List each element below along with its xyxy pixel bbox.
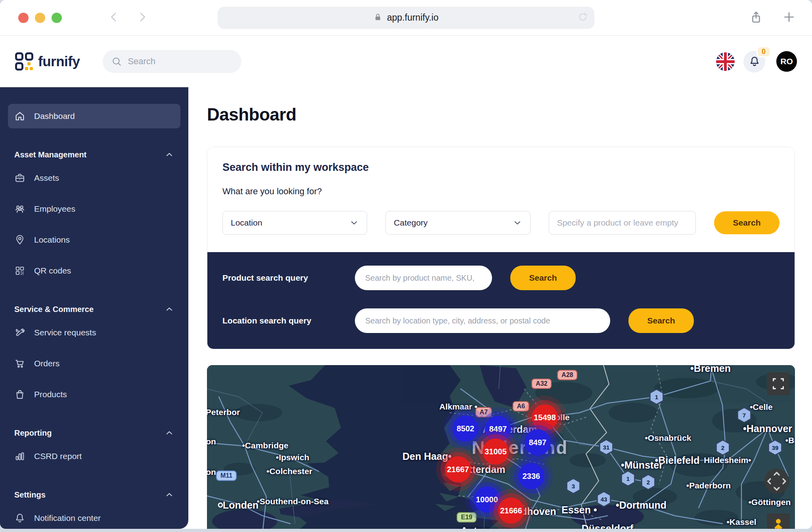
map-road-badge: A7 [475,407,492,417]
map-city-label: •Ipswich [276,453,309,462]
briefcase-icon [14,172,25,184]
card-question: What are you looking for? [222,186,779,197]
map-city-label: Alkmaar • [439,402,477,411]
dashboard-map[interactable]: Peterbor•Cambridge•Ipswich•Colchester•So… [207,365,795,529]
product-query-label: Product search query [222,273,355,283]
language-flag-uk[interactable] [716,52,735,71]
product-search-button[interactable]: Search [510,266,576,290]
sidebar-item-csrd-report[interactable]: CSRD report [8,444,180,469]
furnify-logo-icon [15,52,33,71]
sidebar-section-asset-management[interactable]: Asset Management [8,150,180,159]
map-cluster[interactable]: 8502 [452,415,479,442]
category-select[interactable]: Category [385,211,530,235]
shopping-bag-icon [14,389,25,400]
map-city-label: •Cambridge [242,441,288,450]
sidebar-item-service-requests[interactable]: Service requests [8,320,180,345]
map-city-label: on [207,437,216,446]
home-icon [14,111,25,122]
map-road-badge: 39 [768,440,783,456]
map-road-badge: 3 [566,478,581,494]
location-query-input[interactable] [355,308,610,333]
sidebar-item-products[interactable]: Products [8,382,180,407]
sidebar-item-dashboard[interactable]: Dashboard [8,104,180,128]
address-bar[interactable]: app.furnify.io [218,7,594,29]
map-road-badge: A32 [531,379,552,389]
map-cluster[interactable]: 10000 [474,486,500,513]
map-city-label: •Münster [621,459,663,471]
map-cluster[interactable]: 8497 [525,429,551,455]
sidebar-section-settings[interactable]: Settings [8,490,180,499]
sidebar-item-assets[interactable]: Assets [8,166,180,190]
map-city-label: on [207,467,216,477]
map-cluster[interactable]: 31005 [483,438,509,465]
new-tab-icon[interactable] [783,11,795,25]
sidebar-item-orders[interactable]: Orders [8,351,180,376]
notification-count-badge: 0 [756,46,771,57]
location-query-label: Location search query [222,316,355,325]
sidebar-item-locations[interactable]: Locations [8,228,180,252]
sidebar-item-employees[interactable]: Employees [8,197,180,221]
product-query-input[interactable] [355,266,492,290]
brand-name: furnify [38,54,80,69]
map-city-label: •Paderborn [686,481,731,490]
close-window-button[interactable] [18,13,29,23]
street-view-pegman[interactable] [767,513,790,529]
chevron-down-icon [513,218,522,228]
map-road-badge: 2 [716,440,730,456]
map-cluster[interactable]: 21667 [445,456,471,482]
product-spec-input[interactable] [549,211,696,235]
map-city-label: •Göttingen [749,498,791,507]
chevron-up-icon [165,150,174,159]
chevron-up-icon [165,304,174,314]
avatar[interactable]: RO [776,51,797,72]
map-city-label: •Antwerpen [457,525,512,529]
furnify-logo[interactable]: furnify [15,52,80,71]
map-road-badge: 1 [621,471,636,487]
minimize-window-button[interactable] [35,13,45,23]
location-search-button[interactable]: Search [628,308,694,333]
browser-chrome: app.furnify.io [0,0,812,36]
reload-icon[interactable] [578,12,588,24]
tools-icon [14,327,25,338]
share-icon[interactable] [749,10,763,25]
browser-window: app.furnify.io furnify Search [0,0,812,529]
page-title: Dashboard [207,105,812,124]
map-cluster[interactable]: 15498 [532,404,558,431]
map-cluster[interactable]: 2336 [518,463,544,489]
map-city-label: Den Haag• [402,451,452,462]
sidebar-item-notification-center[interactable]: Notification center [8,506,180,529]
fullscreen-button[interactable] [767,372,790,395]
map-city-label: Düsseldorf [582,523,634,529]
location-select[interactable]: Location [222,211,367,235]
chevron-up-icon [165,490,174,499]
sidebar-section-reporting[interactable]: Reporting [8,428,180,438]
map-cluster[interactable]: 21666 [498,498,524,524]
sidebar-section-service-commerce[interactable]: Service & Commerce [8,304,180,314]
chevron-down-icon [349,218,359,228]
search-icon [111,56,122,67]
url-text: app.furnify.io [387,12,439,23]
chevron-up-icon [165,428,174,438]
sidebar-item-qr-codes[interactable]: QR codes [8,258,180,283]
map-city-label: Peterbor [207,408,240,417]
global-search-input[interactable]: Search [103,50,241,73]
map-city-label: •Bra [785,436,795,445]
map-road-badge: E19 [457,512,477,522]
bell-icon [14,513,25,524]
map-city-label: Londen [223,499,259,511]
app-header: furnify Search 0 RO [0,36,812,87]
zoom-window-button[interactable] [52,13,62,23]
pan-control[interactable] [764,469,789,494]
map-markers: Peterbor•Cambridge•Ipswich•Colchester•So… [207,365,795,529]
map-cluster[interactable]: 8497 [485,416,511,442]
bar-chart-icon [14,451,25,462]
workspace-search-button[interactable]: Search [714,211,779,234]
map-city-label: •Osnabrück [645,433,691,443]
sidebar-item-label: Dashboard [34,111,75,121]
map-road-badge: 7 [737,407,752,423]
query-panel: Product search query Search Location sea… [207,252,795,349]
forward-icon[interactable] [136,11,148,25]
map-road-badge: A6 [513,401,529,411]
back-icon[interactable] [108,11,121,25]
map-road-badge: 31 [599,439,614,455]
